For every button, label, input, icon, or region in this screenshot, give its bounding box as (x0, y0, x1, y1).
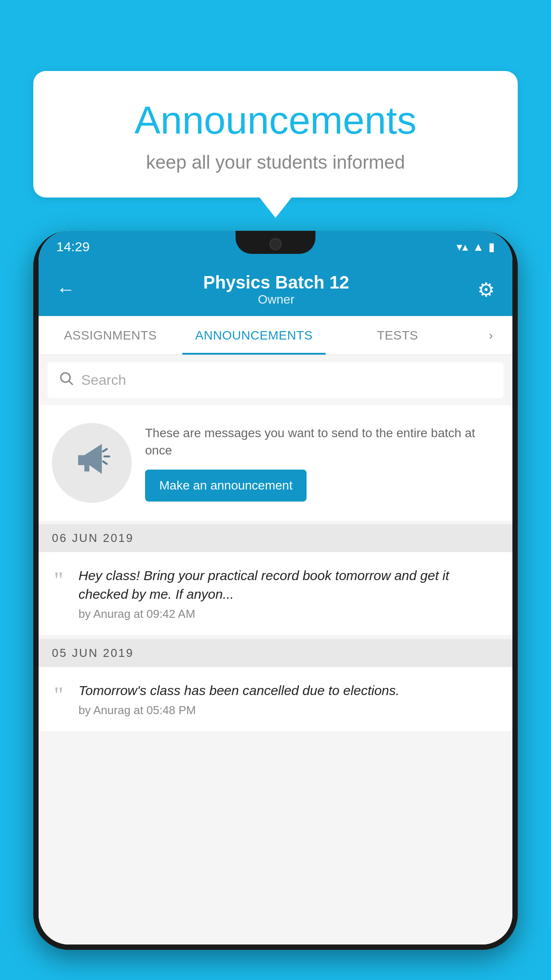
bubble-title: Announcements (69, 98, 482, 143)
front-camera (269, 238, 282, 250)
tab-more[interactable]: › (469, 316, 512, 355)
battery-icon: ▮ (488, 240, 495, 254)
signal-icon: ▲ (472, 240, 484, 254)
status-icons: ▾▴ ▲ ▮ (457, 240, 495, 254)
speech-bubble-tail (260, 198, 291, 218)
search-bar[interactable]: Search (47, 362, 504, 398)
announcement-text-2: Tomorrow's class has been cancelled due … (79, 681, 499, 717)
tab-announcements[interactable]: ANNOUNCEMENTS (182, 316, 326, 355)
announcement-message-2: Tomorrow's class has been cancelled due … (79, 681, 499, 700)
status-time: 14:29 (56, 239, 90, 254)
speech-bubble-wrapper: Announcements keep all your students inf… (33, 71, 518, 218)
phone-frame: 14:29 ▾▴ ▲ ▮ ← Physics Batch 12 Owner ⚙ (33, 231, 518, 950)
phone-wrapper: 14:29 ▾▴ ▲ ▮ ← Physics Batch 12 Owner ⚙ (33, 231, 518, 980)
content-area: Search (39, 355, 512, 944)
announcement-text-1: Hey class! Bring your practical record b… (79, 566, 499, 621)
date-separator-2: 05 JUN 2019 (39, 639, 512, 667)
app-bar: ← Physics Batch 12 Owner ⚙ (39, 263, 512, 316)
back-button[interactable]: ← (56, 279, 75, 300)
phone-screen: 14:29 ▾▴ ▲ ▮ ← Physics Batch 12 Owner ⚙ (39, 231, 512, 944)
svg-point-0 (61, 373, 70, 382)
phone-notch (236, 231, 315, 254)
date-separator-1: 06 JUN 2019 (39, 524, 512, 552)
search-icon (58, 370, 74, 390)
app-bar-title-group: Physics Batch 12 Owner (203, 273, 349, 307)
tabs-bar: ASSIGNMENTS ANNOUNCEMENTS TESTS › (39, 316, 512, 355)
promo-description: These are messages you want to send to t… (145, 424, 499, 459)
wifi-icon: ▾▴ (457, 240, 468, 254)
bubble-subtitle: keep all your students informed (69, 152, 482, 173)
announcement-item-2[interactable]: " Tomorrow's class has been cancelled du… (39, 667, 512, 732)
quote-icon-1: " (47, 569, 70, 592)
megaphone-icon (72, 439, 112, 487)
tab-assignments[interactable]: ASSIGNMENTS (39, 316, 182, 355)
promo-right: These are messages you want to send to t… (145, 424, 499, 502)
announcement-item-1[interactable]: " Hey class! Bring your practical record… (39, 552, 512, 636)
announcement-meta-2: by Anurag at 05:48 PM (79, 703, 499, 717)
svg-line-2 (103, 449, 106, 451)
promo-card: These are messages you want to send to t… (39, 405, 512, 521)
search-placeholder: Search (81, 372, 126, 388)
make-announcement-button[interactable]: Make an announcement (145, 470, 307, 502)
speech-bubble: Announcements keep all your students inf… (33, 71, 518, 198)
quote-icon-2: " (47, 684, 70, 707)
promo-icon-circle (52, 423, 132, 503)
announcement-message-1: Hey class! Bring your practical record b… (79, 566, 499, 604)
app-bar-title: Physics Batch 12 (203, 273, 349, 292)
settings-button[interactable]: ⚙ (477, 278, 495, 301)
tab-tests[interactable]: TESTS (326, 316, 469, 355)
svg-line-1 (69, 381, 73, 385)
svg-line-4 (103, 461, 106, 464)
announcement-meta-1: by Anurag at 09:42 AM (79, 607, 499, 621)
app-bar-subtitle: Owner (203, 292, 349, 307)
